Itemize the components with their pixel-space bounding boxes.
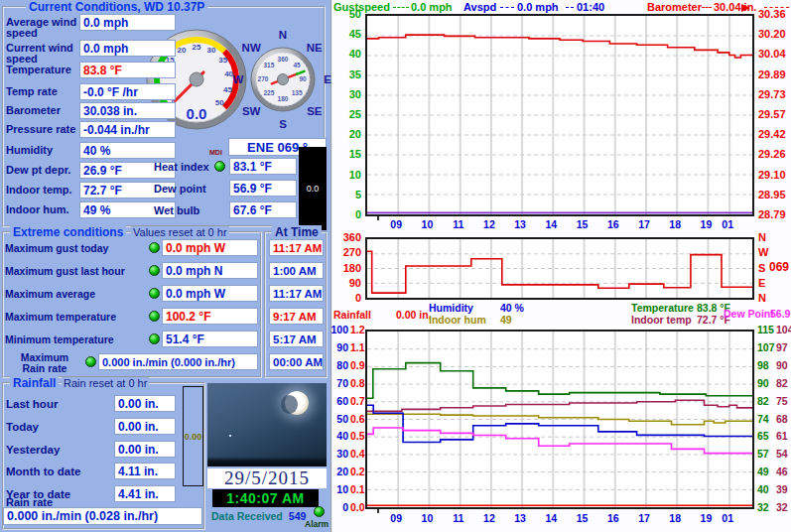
axis-tick: 0.5 (350, 431, 366, 442)
axis-tick: 115 (757, 325, 775, 335)
star-dot (229, 435, 231, 437)
axis-tick: 68 (776, 414, 791, 425)
axis-tick: 70 (328, 378, 348, 389)
svg-text:90: 90 (299, 75, 307, 82)
axis-tick: 32 (757, 502, 775, 513)
current-conditions-title: Current Conditions, WD 10.37P (26, 0, 207, 14)
extreme-conditions-title: Extreme conditions (10, 225, 126, 239)
axis-tick: 29.89 (758, 69, 791, 80)
derived-row-value: 56.9 °F (229, 180, 297, 197)
extreme-row-time: 11:17 AM (269, 239, 324, 256)
x-axis-tick: 16 (602, 218, 624, 230)
axis-tick: 45 (331, 29, 361, 40)
svg-text:25: 25 (193, 43, 201, 52)
dash (500, 7, 514, 8)
chart-plot-3[interactable] (365, 330, 754, 509)
axis-tick: 180 (333, 263, 361, 274)
chart-plot-1[interactable] (365, 14, 754, 216)
axis-tick: 82 (757, 396, 775, 407)
axis-tick: 20 (331, 129, 361, 140)
axis-tick: 0.2 (350, 466, 366, 477)
axis-tick: 74 (757, 414, 775, 425)
extreme-row-value: 0.0 mph W (162, 285, 258, 302)
axis-tick: 35 (331, 69, 361, 80)
moon-phase-image (207, 383, 327, 466)
temperature-graph-label: Temperature (631, 302, 694, 314)
x-axis-tick: 16 (602, 512, 624, 524)
rain-rate-gauge: 0.00 (183, 386, 203, 486)
extreme-row-label: Maximum gust last hour (5, 266, 144, 277)
data-received-label: Data Received (211, 510, 283, 522)
moon-shadow (281, 395, 298, 414)
x-axis-tick: 15 (572, 218, 593, 230)
axis-tick: 0.1 (350, 484, 366, 495)
axis-tick: 0 (328, 502, 348, 513)
current-date: 29/5/2015 (207, 468, 327, 488)
compass-cardinal-n: N (279, 29, 287, 41)
wind-speed-bar: 0.0 (299, 147, 327, 230)
x-axis-tick: 01 (717, 512, 738, 524)
extreme-row-value: 51.4 °F (162, 331, 258, 347)
axis-tick: 104 (776, 325, 791, 335)
current-row-label: Current wind speed (6, 43, 79, 65)
extreme-row-label: Maximum gust today (5, 243, 144, 254)
compass-cardinal-sw: SW (242, 105, 261, 117)
x-axis-tick: 17 (633, 512, 655, 524)
extreme-row-value: 0.0 mph W (162, 239, 258, 256)
svg-text:135: 135 (292, 89, 303, 96)
indoor-hum-graph-value: 49 (500, 314, 512, 326)
svg-text:45: 45 (223, 85, 232, 94)
chart-plot-2[interactable] (365, 237, 754, 300)
axis-tick: S (758, 263, 778, 274)
current-row-value: 30.038 in. (79, 102, 176, 119)
x-axis-tick: 15 (572, 512, 593, 524)
axis-tick: 30 (328, 449, 348, 460)
current-row-label: Barometer (6, 105, 79, 116)
alarm-label: Alarm (305, 519, 329, 529)
x-axis-tick: 14 (540, 512, 562, 524)
axis-tick: 90 (328, 342, 348, 353)
axis-tick: 65 (757, 431, 775, 442)
axis-tick: 0.9 (350, 360, 366, 371)
rainfall-row-label: Yesterday (6, 444, 60, 456)
extreme-row-led (149, 265, 160, 276)
rainfall-row-value: 4.11 in. (114, 463, 176, 479)
axis-tick: 75 (776, 396, 791, 407)
extreme-row-label: Maximum average (5, 289, 144, 300)
axis-start-tick (377, 216, 379, 220)
rainfall-graph-value: 0.00 in. (396, 309, 432, 321)
axis-tick: 10 (331, 170, 361, 181)
current-row-label: Temperature (6, 65, 79, 75)
alarm-led[interactable] (314, 506, 325, 517)
axis-tick: 29.42 (758, 129, 791, 140)
indoor-temp-graph-label: Indoor temp (631, 314, 692, 326)
compass-cardinal-e: E (324, 73, 331, 85)
extreme-row-label: Maximum Rain rate (12, 352, 77, 373)
derived-row-value: 83.1 °F (229, 158, 297, 175)
current-row-value: 0.0 mph (79, 40, 176, 57)
axis-tick: 5 (331, 190, 361, 200)
compass-cardinal-ne: NE (307, 42, 323, 54)
axis-tick: 28.95 (758, 190, 791, 200)
current-row-label: Pressure rate (6, 124, 79, 135)
rainfall-row-label: Month to date (6, 466, 80, 477)
axis-tick: 46 (776, 466, 791, 477)
extreme-row-value: 100.2 °F (162, 308, 258, 325)
axis-tick: 15 (331, 149, 361, 160)
extreme-row-time: 11:17 AM (269, 285, 324, 302)
x-axis-tick: 01 (717, 218, 738, 230)
extreme-row-time: 00:00 AM (269, 353, 324, 370)
current-row-value: -0.0 °F /hr (79, 83, 176, 100)
derived-row-label: Heat index (154, 161, 209, 173)
axis-tick: 25 (331, 109, 361, 120)
rainfall-row-value: 0.00 in. (114, 395, 176, 412)
extreme-row-led (149, 288, 160, 299)
axis-tick: 50 (331, 9, 361, 20)
data-received-count: 549 (289, 510, 307, 522)
axis-tick: 32 (776, 502, 791, 513)
rain-rate-gauge-value: 0.00 (185, 432, 202, 442)
extreme-row-value: 0.0 mph N (162, 262, 258, 279)
axis-tick: 270 (333, 247, 361, 258)
x-axis-tick: 12 (478, 512, 500, 524)
extreme-row-label: Maximum temperature (5, 312, 144, 323)
